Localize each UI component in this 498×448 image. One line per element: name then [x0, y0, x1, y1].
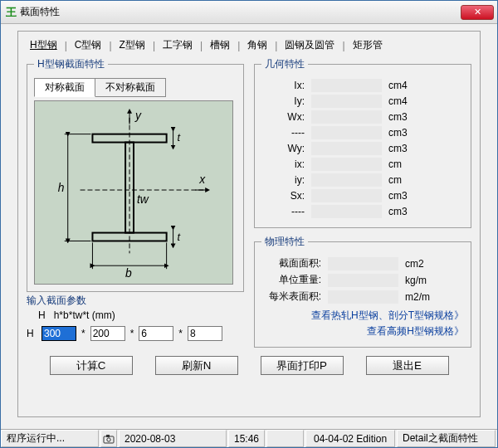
param-prefix: H: [38, 309, 46, 321]
input-t[interactable]: [188, 326, 222, 341]
status-bar: 程序运行中... 2020-08-03 15:46 04-04-02 Editi…: [1, 429, 497, 447]
section-legend: H型钢截面特性: [34, 57, 108, 71]
svg-text:h: h: [58, 181, 65, 194]
symmetry-tabs: 对称截面 不对称截面: [34, 78, 237, 97]
status-msg: 程序运行中...: [1, 430, 99, 447]
tab-angle[interactable]: 角钢: [242, 38, 272, 52]
exit-button[interactable]: 退出E: [366, 356, 449, 375]
svg-rect-23: [106, 435, 110, 437]
close-icon: ✕: [474, 7, 481, 17]
print-button[interactable]: 界面打印P: [261, 356, 344, 375]
section-diagram: y x h b: [34, 100, 233, 285]
svg-text:y: y: [134, 109, 142, 122]
subtab-asymmetric[interactable]: 不对称截面: [95, 78, 166, 97]
app-icon: 王: [6, 5, 17, 20]
geometry-legend: 几何特性: [261, 57, 308, 71]
action-buttons: 计算C 刷新N 界面打印P 退出E: [18, 348, 480, 375]
svg-text:t: t: [178, 131, 182, 144]
link-hf-spec[interactable]: 查看高频H型钢规格》: [261, 324, 464, 338]
val-weight: [328, 274, 398, 287]
subtab-symmetric[interactable]: 对称截面: [34, 78, 95, 97]
param-row: H * * *: [27, 326, 244, 341]
status-date: 2020-08-03: [119, 430, 227, 447]
val-ry: [311, 173, 382, 187]
physical-legend: 物理特性: [261, 235, 308, 249]
camera-icon[interactable]: [100, 430, 117, 447]
svg-text:t: t: [178, 231, 182, 243]
status-desc: Detail之截面特性: [397, 430, 496, 447]
app-window: 王 截面特性 ✕ H型钢| C型钢| Z型钢| 工字钢| 槽钢| 角钢| 圆钢及…: [0, 0, 498, 448]
tab-z[interactable]: Z型钢: [115, 38, 150, 52]
val-area: [328, 257, 398, 270]
tab-h[interactable]: H型钢: [25, 38, 62, 52]
svg-text:tw: tw: [137, 192, 149, 206]
val-iy: [311, 95, 382, 108]
val-wy: [311, 142, 382, 155]
input-h[interactable]: [42, 326, 76, 341]
close-button[interactable]: ✕: [461, 5, 494, 20]
val-sx: [311, 189, 382, 202]
titlebar: 王 截面特性 ✕: [1, 1, 497, 24]
val-rx: [311, 158, 382, 171]
section-group: H型钢截面特性 对称截面 不对称截面: [27, 57, 244, 292]
status-time: 15:46: [228, 430, 265, 447]
svg-point-24: [107, 437, 110, 441]
svg-text:x: x: [198, 173, 206, 186]
physical-group: 物理特性 截面面积:cm2 单位重量:kg/m 每米表面积:m2/m 查看热轧H…: [254, 235, 471, 348]
tab-rect[interactable]: 矩形管: [348, 38, 388, 52]
svg-rect-22: [104, 436, 114, 443]
tab-round[interactable]: 圆钢及圆管: [280, 38, 339, 52]
calc-button[interactable]: 计算C: [50, 356, 133, 375]
svg-text:b: b: [125, 266, 132, 280]
input-b[interactable]: [90, 326, 125, 341]
param-format: h*b*tw*t (mm): [54, 309, 115, 321]
tab-c[interactable]: C型钢: [70, 38, 107, 52]
param-legend: 输入截面参数: [27, 294, 244, 308]
refresh-button[interactable]: 刷新N: [155, 356, 238, 375]
section-type-tabs: H型钢| C型钢| Z型钢| 工字钢| 槽钢| 角钢| 圆钢及圆管| 矩形管: [18, 32, 480, 57]
val-wx: [311, 110, 382, 124]
geometry-group: 几何特性 Ix:cm4 Iy:cm4 Wx:cm3 ----cm3 Wy:cm3…: [254, 57, 471, 228]
tab-i[interactable]: 工字钢: [158, 38, 198, 52]
main-panel: H型钢| C型钢| Z型钢| 工字钢| 槽钢| 角钢| 圆钢及圆管| 矩形管 H…: [17, 31, 481, 417]
input-tw[interactable]: [139, 326, 173, 341]
val-ix: [311, 79, 382, 92]
window-title: 截面特性: [20, 5, 60, 19]
tab-channel[interactable]: 槽钢: [205, 38, 235, 52]
param-row-label: H: [27, 328, 38, 339]
val-surface: [328, 290, 398, 304]
link-hotrolled-spec[interactable]: 查看热轧H型钢、剖分T型钢规格》: [261, 309, 464, 323]
status-edition: 04-04-02 Edition: [305, 430, 395, 447]
